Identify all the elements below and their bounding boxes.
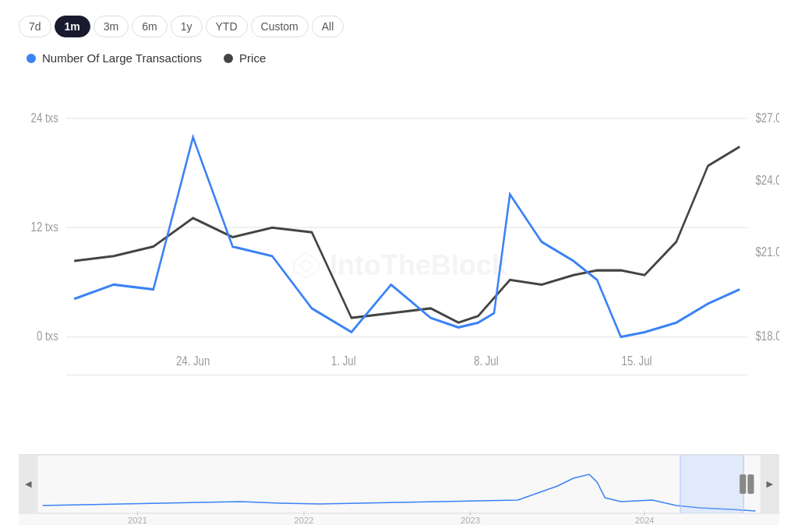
chart-legend: Number Of Large Transactions Price xyxy=(19,51,779,65)
filter-btn-3m[interactable]: 3m xyxy=(94,16,129,37)
svg-text:2021: 2021 xyxy=(128,516,147,525)
legend-dot-blue xyxy=(26,54,36,63)
svg-text:15. Jul: 15. Jul xyxy=(622,354,652,368)
legend-item-blue: Number Of Large Transactions xyxy=(26,51,202,65)
svg-text:2022: 2022 xyxy=(295,516,314,525)
svg-text:24. Jun: 24. Jun xyxy=(176,354,210,368)
svg-rect-33 xyxy=(740,474,746,494)
filter-btn-1y[interactable]: 1y xyxy=(171,16,203,37)
svg-text:1. Jul: 1. Jul xyxy=(331,354,356,368)
filter-btn-all[interactable]: All xyxy=(312,16,344,37)
time-filter-bar: 7d1m3m6m1yYTDCustomAll xyxy=(19,16,779,37)
main-container: 7d1m3m6m1yYTDCustomAll Number Of Large T… xyxy=(0,0,798,532)
svg-text:$24.00: $24.00 xyxy=(756,174,780,187)
legend-label-blue: Number Of Large Transactions xyxy=(42,51,202,65)
svg-text:$18.00: $18.00 xyxy=(756,329,780,343)
filter-btn-6m[interactable]: 6m xyxy=(132,16,167,37)
svg-text:12 txs: 12 txs xyxy=(31,220,58,234)
legend-dot-dark xyxy=(224,54,233,63)
svg-text:0 txs: 0 txs xyxy=(37,329,58,343)
svg-text:►: ► xyxy=(764,477,775,490)
main-chart: IntoTheBlock 24 txs 12 txs 0 txs $27.00 … xyxy=(19,80,779,451)
svg-text:2024: 2024 xyxy=(635,516,655,525)
legend-item-dark: Price xyxy=(224,51,266,65)
filter-btn-7d[interactable]: 7d xyxy=(19,16,51,37)
filter-btn-ytd[interactable]: YTD xyxy=(206,16,248,37)
legend-label-dark: Price xyxy=(239,51,266,65)
svg-rect-15 xyxy=(19,455,779,525)
mini-chart: 2021 2022 2023 2024 ◄ ► xyxy=(19,454,779,524)
svg-text:2023: 2023 xyxy=(461,516,480,525)
chart-area: IntoTheBlock 24 txs 12 txs 0 txs $27.00 … xyxy=(19,80,779,524)
svg-text:24 txs: 24 txs xyxy=(31,111,58,125)
svg-rect-34 xyxy=(747,474,754,494)
svg-text:8. Jul: 8. Jul xyxy=(474,354,499,368)
filter-btn-custom[interactable]: Custom xyxy=(251,16,309,37)
filter-btn-1m[interactable]: 1m xyxy=(55,16,90,37)
svg-rect-26 xyxy=(680,455,743,513)
svg-text:◄: ◄ xyxy=(23,477,34,490)
svg-text:$21.00: $21.00 xyxy=(756,245,780,259)
svg-text:$27.00: $27.00 xyxy=(756,111,780,125)
